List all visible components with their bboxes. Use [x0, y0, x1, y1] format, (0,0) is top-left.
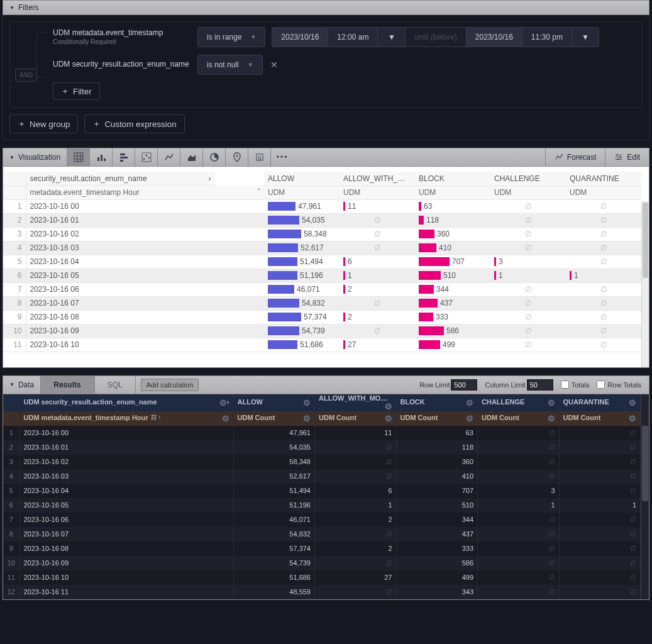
measure-header[interactable]: UDM — [415, 186, 490, 199]
tab-results[interactable]: Results — [40, 376, 94, 394]
pivot-dimension-header[interactable]: UDM security_result.action_enum_name › ⚙ — [19, 394, 233, 411]
data-cell[interactable]: ∅ — [315, 556, 397, 570]
data-cell[interactable]: ∅ — [478, 469, 560, 484]
viz-type-area[interactable] — [180, 148, 203, 166]
gear-icon[interactable]: ⚙ — [466, 398, 473, 408]
data-cell[interactable]: 410 — [396, 469, 478, 484]
data-cell[interactable]: 54,739 — [233, 556, 315, 570]
viz-type-single-value[interactable]: 6 — [248, 148, 271, 166]
data-cell[interactable]: ∅ — [559, 513, 641, 527]
gear-icon[interactable]: ⚙ — [385, 414, 392, 423]
data-cell[interactable]: 6 — [315, 484, 397, 498]
data-cell[interactable]: 51,686 — [233, 570, 315, 585]
data-cell[interactable]: 707 — [396, 484, 478, 498]
data-cell[interactable]: 2 — [315, 541, 397, 556]
data-cell[interactable]: 58,348 — [233, 455, 315, 469]
measure-header[interactable]: UDM — [264, 186, 340, 199]
table-row[interactable]: 52023-10-16 0451,49467073∅ — [3, 255, 641, 269]
data-cell[interactable]: ∅ — [478, 541, 560, 556]
data-cell[interactable]: 3 — [478, 484, 560, 498]
table-row[interactable]: 22023-10-16 0154,035∅118∅∅ — [3, 440, 641, 455]
table-row[interactable]: 72023-10-16 0646,0712344∅∅ — [3, 513, 641, 527]
custom-expression-button[interactable]: ＋ Custom expression — [84, 114, 184, 133]
column-header-allow[interactable]: ALLOW⚙ — [233, 394, 315, 411]
tab-sql[interactable]: SQL — [94, 376, 136, 394]
data-cell[interactable]: ∅ — [559, 541, 641, 556]
data-cell[interactable]: 1 — [559, 498, 641, 513]
data-cell[interactable]: 51,494 — [233, 484, 315, 498]
measure-header[interactable]: UDM — [566, 186, 641, 199]
date-start-input[interactable]: 2023/10/16 — [272, 27, 328, 47]
column-header-block[interactable]: BLOCK⚙ — [396, 394, 478, 411]
data-cell[interactable]: ∅ — [315, 585, 397, 599]
gear-icon[interactable]: ⚙ — [548, 398, 555, 408]
add-calculation-button[interactable]: Add calculation — [141, 379, 199, 391]
viz-type-scatter[interactable] — [135, 148, 158, 166]
table-row[interactable]: 32023-10-16 0258,348∅360∅∅ — [3, 455, 641, 469]
data-cell[interactable]: 1 — [478, 498, 560, 513]
operator-select[interactable]: is not null ▼ — [197, 55, 263, 75]
column-limit-input[interactable] — [527, 379, 553, 391]
measure-header[interactable]: UDM — [340, 186, 415, 199]
data-cell[interactable]: ∅ — [559, 484, 641, 498]
data-cell[interactable]: 27 — [315, 570, 397, 585]
data-cell[interactable]: 118 — [396, 440, 478, 455]
table-row[interactable]: 92023-10-16 0857,3742333∅∅ — [3, 541, 641, 556]
data-toggle[interactable]: ▼ Data — [3, 380, 40, 389]
data-cell[interactable]: 54,035 — [233, 440, 315, 455]
gear-icon[interactable]: ⚙ — [219, 398, 227, 408]
data-cell[interactable]: ∅ — [478, 440, 560, 455]
table-row[interactable]: 62023-10-16 0551,196151011 — [3, 498, 641, 513]
data-cell[interactable]: 360 — [396, 455, 478, 469]
data-cell[interactable]: 333 — [396, 541, 478, 556]
table-row[interactable]: 92023-10-16 0857,3742333∅∅ — [3, 310, 641, 324]
measure-header[interactable]: UDM Count⚙ — [233, 411, 315, 426]
data-cell[interactable]: 1 — [315, 498, 397, 513]
viz-type-pie[interactable] — [203, 148, 226, 166]
gear-icon[interactable]: ⚙ — [385, 402, 392, 411]
row-limit-input[interactable] — [451, 379, 477, 391]
data-cell[interactable]: 499 — [396, 570, 478, 585]
data-cell[interactable]: ∅ — [478, 513, 560, 527]
data-cell[interactable]: 437 — [396, 527, 478, 541]
pivot-field-header[interactable]: security_result.action_enum_name › — [26, 172, 215, 186]
data-cell[interactable]: ∅ — [478, 426, 560, 440]
data-cell[interactable]: 57,374 — [233, 541, 315, 556]
gear-icon[interactable]: ⚙ — [466, 414, 473, 423]
measure-header[interactable]: UDM Count⚙ — [478, 411, 560, 426]
column-header-quarantine[interactable]: QUARANTINE⚙ — [559, 394, 641, 411]
data-cell[interactable]: ∅ — [478, 455, 560, 469]
table-row[interactable]: 12023-10-16 0047,9611163∅∅ — [3, 199, 641, 213]
table-row[interactable]: 62023-10-16 0551,196151011 — [3, 269, 641, 282]
add-filter-button[interactable]: ＋ Filter — [53, 82, 100, 100]
table-row[interactable]: 112023-10-16 1051,68627499∅∅ — [3, 570, 641, 585]
data-cell[interactable]: 11 — [315, 426, 397, 440]
viz-type-bar[interactable] — [113, 148, 135, 166]
time-end-input[interactable]: 11:30 pm — [522, 27, 572, 47]
time-start-input[interactable]: 12:00 am — [328, 27, 377, 47]
row-dimension-header[interactable]: UDM metadata.event_timestamp Hour ☷ ↑ ⚙ — [19, 411, 233, 426]
data-cell[interactable]: ∅ — [315, 469, 397, 484]
filters-header[interactable]: ▼ Filters — [3, 0, 649, 15]
column-header-block[interactable]: BLOCK — [415, 172, 490, 186]
measure-header[interactable]: UDM Count⚙ — [396, 411, 478, 426]
data-cell[interactable]: ∅ — [315, 440, 397, 455]
data-cell[interactable]: 46,071 — [233, 513, 315, 527]
viz-type-column[interactable] — [90, 148, 113, 166]
column-header-challenge[interactable]: CHALLENGE — [490, 172, 566, 186]
data-cell[interactable]: ∅ — [559, 585, 641, 599]
data-cell[interactable]: ∅ — [478, 556, 560, 570]
viz-scrollbar[interactable] — [641, 201, 649, 367]
data-cell[interactable]: 47,961 — [233, 426, 315, 440]
table-row[interactable]: 22023-10-16 0154,035∅118∅∅ — [3, 213, 641, 227]
data-cell[interactable]: ∅ — [315, 527, 397, 541]
remove-filter-button[interactable]: ✕ — [263, 60, 285, 70]
viz-type-table[interactable] — [67, 148, 90, 166]
measure-header[interactable]: UDM Count⚙ — [559, 411, 641, 426]
data-cell[interactable]: ∅ — [559, 570, 641, 585]
measure-header[interactable]: UDM — [490, 186, 566, 199]
table-row[interactable]: 12023-10-16 0047,9611163∅∅ — [3, 426, 641, 440]
table-row[interactable]: 122023-10-16 1148,559∅343∅∅ — [3, 585, 641, 599]
gear-icon[interactable]: ⚙ — [303, 414, 311, 423]
time-start-dropdown[interactable]: ▼ — [377, 27, 405, 47]
